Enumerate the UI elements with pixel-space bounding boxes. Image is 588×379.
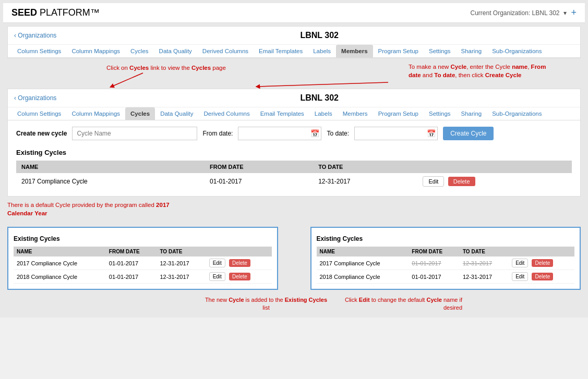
bl-row2-actions: Edit Delete bbox=[206, 270, 272, 284]
inner-content: Create new cycle From date: 📅 To date: 📅… bbox=[8, 120, 580, 196]
outer-tab-members[interactable]: Members bbox=[336, 45, 373, 57]
bl-row2-from: 01-01-2017 bbox=[106, 270, 157, 284]
bl-row2-delete-button[interactable]: Delete bbox=[229, 273, 250, 280]
br-row2-to: 12-31-2017 bbox=[460, 270, 509, 284]
inner-tab-program-setup[interactable]: Program Setup bbox=[373, 107, 424, 120]
br-row1-edit-button[interactable]: Edit bbox=[512, 259, 528, 267]
table-row: 2017 Compliance Cycle 01-01-2017 12-31-2… bbox=[14, 256, 272, 270]
outer-tab-labels[interactable]: Labels bbox=[308, 45, 336, 57]
bl-row1-name: 2017 Compliance Cycle bbox=[14, 256, 106, 270]
cycle-to-cell: 12-31-2017 bbox=[313, 173, 417, 190]
bottom-left-panel: Existing Cycles NAME FROM DATE TO DATE 2… bbox=[7, 227, 278, 290]
br-row2-delete-button[interactable]: Delete bbox=[532, 273, 553, 280]
cycle-name-input[interactable] bbox=[72, 127, 197, 140]
br-col-actions bbox=[509, 247, 574, 256]
bl-row1-from: 01-01-2017 bbox=[106, 256, 157, 270]
bl-row1-actions: Edit Delete bbox=[206, 256, 272, 270]
br-row2-edit-button[interactable]: Edit bbox=[512, 272, 528, 281]
outer-tab-cycles[interactable]: Cycles bbox=[125, 45, 154, 57]
inner-tab-members[interactable]: Members bbox=[338, 107, 373, 120]
outer-tab-data-quality[interactable]: Data Quality bbox=[154, 45, 197, 57]
outer-tab-sub-organizations[interactable]: Sub-Organizations bbox=[487, 45, 547, 57]
org-info: Current Organization: LBNL 302 ▾ + bbox=[471, 7, 577, 18]
table-row: 2017 Compliance Cycle 01-01-2017 12-31-2… bbox=[16, 173, 572, 190]
inner-panel: ‹ Organizations LBNL 302 Column Settings… bbox=[7, 89, 581, 197]
br-row2-from: 01-01-2017 bbox=[409, 270, 460, 284]
br-row1-name: 2017 Compliance Cycle bbox=[317, 256, 409, 270]
outer-tab-column-settings[interactable]: Column Settings bbox=[12, 45, 66, 57]
br-row2-name: 2018 Compliance Cycle bbox=[317, 270, 409, 284]
inner-tab-settings[interactable]: Settings bbox=[424, 107, 456, 120]
inner-tab-cycles[interactable]: Cycles bbox=[125, 107, 155, 120]
svg-line-0 bbox=[112, 73, 143, 87]
bl-col-name: NAME bbox=[14, 247, 106, 256]
bl-row1-to: 12-31-2017 bbox=[157, 256, 206, 270]
cycle-name-cell: 2017 Compliance Cycle bbox=[16, 173, 205, 190]
bottom-right-panel: Existing Cycles NAME FROM DATE TO DATE 2… bbox=[310, 227, 581, 290]
from-date-label: From date: bbox=[202, 130, 233, 137]
cycle-edit-button[interactable]: Edit bbox=[423, 176, 444, 187]
inner-back-link[interactable]: ‹ Organizations bbox=[14, 94, 56, 102]
to-date-label: To date: bbox=[327, 130, 349, 137]
ann-edit-click: Click Edit to change the default Cycle n… bbox=[337, 294, 462, 314]
bl-row2-name: 2018 Compliance Cycle bbox=[14, 270, 106, 284]
from-date-input[interactable] bbox=[238, 127, 321, 140]
table-row: 2018 Compliance Cycle 01-01-2017 12-31-2… bbox=[14, 270, 272, 284]
svg-line-1 bbox=[258, 82, 388, 87]
create-cycle-label: Create new cycle bbox=[16, 130, 67, 137]
from-date-wrap: 📅 bbox=[238, 127, 321, 140]
br-row1-actions: Edit Delete bbox=[509, 256, 574, 270]
br-row1-delete-button[interactable]: Delete bbox=[532, 259, 553, 267]
ann-new-added: The new Cycle is added to the Existing C… bbox=[203, 294, 329, 314]
logo-rest: PLATFORM™ bbox=[37, 7, 100, 18]
outer-panel-header: ‹ Organizations LBNL 302 bbox=[8, 27, 580, 45]
inner-tab-email-templates[interactable]: Email Templates bbox=[255, 107, 309, 120]
outer-panel-title: LBNL 302 bbox=[65, 31, 574, 40]
create-cycle-button[interactable]: Create Cycle bbox=[443, 127, 494, 140]
br-col-name: NAME bbox=[317, 247, 409, 256]
bl-row2-to: 12-31-2017 bbox=[157, 270, 206, 284]
outer-tab-derived-columns[interactable]: Derived Columns bbox=[197, 45, 254, 57]
inner-tab-derived-columns[interactable]: Derived Columns bbox=[198, 107, 255, 120]
to-date-input[interactable] bbox=[354, 127, 438, 140]
bl-row2-edit-button[interactable]: Edit bbox=[209, 272, 225, 281]
add-org-button[interactable]: + bbox=[571, 7, 577, 18]
inner-panel-header: ‹ Organizations LBNL 302 bbox=[8, 89, 580, 107]
col-from-date: FROM DATE bbox=[205, 161, 313, 173]
annotation-row-1: Click on Cycles link to view the Cycles … bbox=[7, 62, 581, 89]
outer-tab-email-templates[interactable]: Email Templates bbox=[254, 45, 308, 57]
table-row: 2017 Compliance Cycle 01-01-2017 12-31-2… bbox=[317, 256, 575, 270]
bl-row1-delete-button[interactable]: Delete bbox=[229, 259, 250, 267]
inner-tab-column-settings[interactable]: Column Settings bbox=[12, 107, 66, 120]
bottom-left-table: NAME FROM DATE TO DATE 2017 Compliance C… bbox=[14, 247, 272, 284]
bl-col-to: TO DATE bbox=[157, 247, 206, 256]
outer-tab-settings[interactable]: Settings bbox=[424, 45, 456, 57]
inner-tab-data-quality[interactable]: Data Quality bbox=[155, 107, 198, 120]
bottom-panels-row: Existing Cycles NAME FROM DATE TO DATE 2… bbox=[7, 227, 581, 290]
cycle-from-cell: 01-01-2017 bbox=[205, 173, 313, 190]
br-row1-to: 12-31-2017 bbox=[460, 256, 509, 270]
col-actions bbox=[417, 161, 572, 173]
top-header: SEED PLATFORM™ Current Organization: LBN… bbox=[3, 3, 585, 23]
inner-tab-column-mappings[interactable]: Column Mappings bbox=[66, 107, 125, 120]
from-date-calendar-icon[interactable]: 📅 bbox=[310, 129, 319, 138]
br-col-to: TO DATE bbox=[460, 247, 509, 256]
inner-tab-labels[interactable]: Labels bbox=[309, 107, 338, 120]
bl-row1-edit-button[interactable]: Edit bbox=[209, 259, 225, 267]
cycle-delete-button[interactable]: Delete bbox=[448, 177, 475, 186]
org-dropdown-icon[interactable]: ▾ bbox=[563, 9, 567, 17]
inner-tab-sub-organizations[interactable]: Sub-Organizations bbox=[487, 107, 547, 120]
outer-tab-program-setup[interactable]: Program Setup bbox=[373, 45, 424, 57]
annotation-cycles-link: Click on Cycles link to view the Cycles … bbox=[106, 64, 226, 72]
outer-tab-sharing[interactable]: Sharing bbox=[456, 45, 487, 57]
bl-col-actions bbox=[206, 247, 272, 256]
to-date-calendar-icon[interactable]: 📅 bbox=[427, 129, 436, 138]
outer-tab-column-mappings[interactable]: Column Mappings bbox=[66, 45, 125, 57]
inner-tab-sharing[interactable]: Sharing bbox=[456, 107, 487, 120]
cycles-table: NAME FROM DATE TO DATE 2017 Compliance C… bbox=[16, 161, 572, 190]
outer-back-link[interactable]: ‹ Organizations bbox=[14, 32, 56, 39]
logo-seed: SEED bbox=[11, 7, 37, 18]
ann-default-cycle bbox=[7, 294, 164, 314]
cycle-actions-cell: Edit Delete bbox=[417, 173, 572, 190]
bl-col-from: FROM DATE bbox=[106, 247, 157, 256]
